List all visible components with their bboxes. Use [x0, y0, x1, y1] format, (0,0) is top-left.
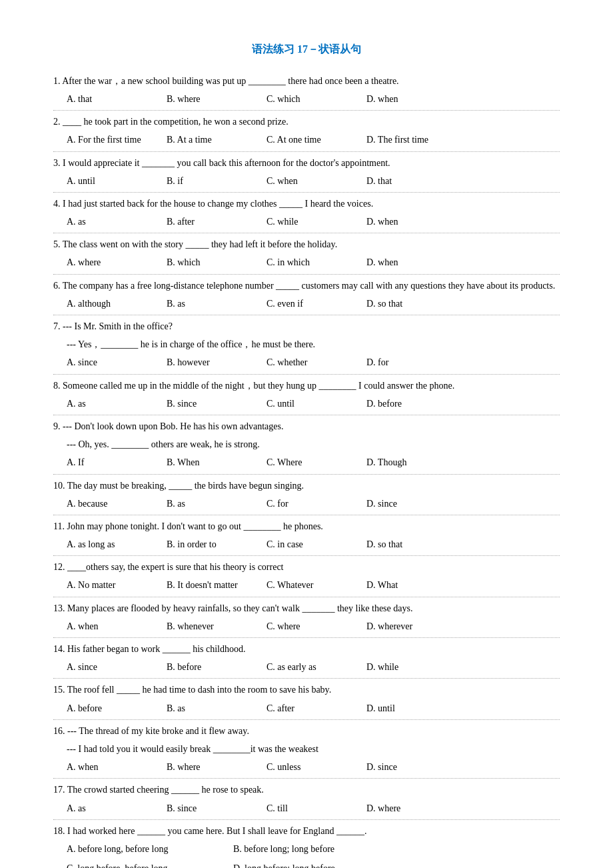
question-block-12: 12. ____others say, the expert is sure t… — [53, 559, 560, 597]
question-text-10: 10. The day must be breaking, _____ the … — [53, 477, 560, 494]
option-14-2: C. as early as — [267, 659, 346, 675]
question-text-12: 12. ____others say, the expert is sure t… — [53, 559, 560, 575]
question-block-10: 10. The day must be breaking, _____ the … — [53, 477, 560, 515]
option-11-0: A. as long as — [67, 536, 147, 553]
option-16-0: A. when — [67, 759, 147, 775]
option-16-1: B. where — [167, 759, 247, 775]
option-7-1: B. however — [167, 354, 247, 371]
question-divider-1 — [53, 110, 560, 111]
option-9-0: A. If — [67, 454, 147, 471]
questions-container: 1. After the war，a new school building w… — [53, 73, 560, 868]
question-text-3: 3. I would appreciate it _______ you cal… — [53, 155, 560, 171]
question-block-4: 4. I had just started back for the house… — [53, 195, 560, 233]
option-12-1: B. It doesn't matter — [167, 577, 247, 593]
options-line-14: A. sinceB. beforeC. as early asD. while — [53, 659, 560, 675]
options-line-4: A. asB. afterC. whileD. when — [53, 213, 560, 230]
question-divider-8 — [53, 415, 560, 415]
option-3-0: A. until — [67, 173, 147, 189]
question-text-16: 16. --- The thread of my kite broke and … — [53, 723, 560, 739]
option-6-0: A. although — [67, 295, 147, 312]
question-text-1: 1. After the war，a new school building w… — [53, 73, 560, 89]
question-divider-5 — [53, 274, 560, 275]
option-5-3: D. when — [366, 254, 446, 271]
option-8-1: B. since — [167, 395, 247, 412]
option-6-3: D. so that — [366, 295, 446, 312]
option-2-0: A. For the first time — [67, 131, 147, 148]
question-block-18: 18. I had worked here ______ you came he… — [53, 823, 560, 868]
option-14-0: A. since — [67, 659, 147, 675]
options-line-16: A. whenB. whereC. unlessD. since — [53, 759, 560, 775]
option-8-3: D. before — [366, 395, 446, 412]
option-13-2: C. where — [267, 618, 346, 635]
options-line-1: A. thatB. whereC. whichD. when — [53, 91, 560, 107]
question-text-7: 7. --- Is Mr. Smith in the office? — [53, 318, 560, 335]
option-4-0: A. as — [67, 213, 147, 230]
question-text-5: 5. The class went on with the story ____… — [53, 236, 560, 253]
option-15-2: C. after — [267, 700, 346, 717]
question-block-7: 7. --- Is Mr. Smith in the office?--- Ye… — [53, 318, 560, 375]
question-text-7: --- Yes，________ he is in charge of the … — [53, 336, 560, 353]
options-line-13: A. whenB. wheneverC. whereD. wherever — [53, 618, 560, 635]
option-9-1: B. When — [167, 454, 247, 471]
option-8-0: A. as — [67, 395, 147, 412]
option-9-3: D. Though — [366, 454, 446, 471]
question-divider-15 — [53, 719, 560, 720]
option-7-2: C. whether — [267, 354, 346, 371]
option-12-0: A. No matter — [67, 577, 147, 593]
question-block-2: 2. ____ he took part in the competition,… — [53, 113, 560, 151]
question-text-8: 8. Someone called me up in the middle of… — [53, 377, 560, 394]
question-text-16: --- I had told you it would easily break… — [53, 741, 560, 757]
option-7-0: A. since — [67, 354, 147, 371]
option-1-0: A. that — [67, 91, 147, 107]
options-line-8: A. asB. sinceC. untilD. before — [53, 395, 560, 412]
option-12-3: D. What — [366, 577, 446, 593]
question-block-15: 15. The roof fell _____ he had time to d… — [53, 681, 560, 719]
options-line-12: A. No matterB. It doesn't matterC. Whate… — [53, 577, 560, 593]
option-11-3: D. so that — [366, 536, 446, 553]
option-3-2: C. when — [267, 173, 346, 189]
option-11-2: C. in case — [267, 536, 346, 553]
option-6-1: B. as — [167, 295, 247, 312]
option-3-3: D. that — [366, 173, 446, 189]
option-14-1: B. before — [167, 659, 247, 675]
question-block-6: 6. The company has a free long-distance … — [53, 277, 560, 315]
option-18-3: D. long before; long before — [233, 860, 380, 868]
options-line-5: A. whereB. whichC. in whichD. when — [53, 254, 560, 271]
options-line-3: A. untilB. ifC. whenD. that — [53, 173, 560, 189]
option-3-1: B. if — [167, 173, 247, 189]
options-line-9: A. IfB. WhenC. WhereD. Though — [53, 454, 560, 471]
question-divider-6 — [53, 315, 560, 315]
question-text-14: 14. His father began to work ______ his … — [53, 641, 560, 657]
question-divider-12 — [53, 597, 560, 597]
options-line-15: A. beforeB. asC. afterD. until — [53, 700, 560, 717]
option-1-3: D. when — [366, 91, 446, 107]
question-divider-17 — [53, 819, 560, 820]
question-block-5: 5. The class went on with the story ____… — [53, 236, 560, 274]
option-15-0: A. before — [67, 700, 147, 717]
option-18-0: A. before long, before long — [67, 841, 213, 857]
option-17-3: D. where — [366, 800, 446, 817]
option-17-2: C. till — [267, 800, 346, 817]
question-text-17: 17. The crowd started cheering ______ he… — [53, 781, 560, 798]
question-divider-11 — [53, 555, 560, 556]
question-block-8: 8. Someone called me up in the middle of… — [53, 377, 560, 415]
question-divider-4 — [53, 233, 560, 233]
option-7-3: D. for — [366, 354, 446, 371]
option-5-1: B. which — [167, 254, 247, 271]
option-14-3: D. while — [366, 659, 446, 675]
question-divider-10 — [53, 515, 560, 515]
question-divider-13 — [53, 637, 560, 638]
option-10-1: B. as — [167, 495, 247, 512]
options-multi-line-18-2: C. long before, before longD. long befor… — [53, 860, 560, 868]
options-line-17: A. asB. sinceC. tillD. where — [53, 800, 560, 817]
option-4-2: C. while — [267, 213, 346, 230]
options-line-7: A. sinceB. howeverC. whetherD. for — [53, 354, 560, 371]
question-text-4: 4. I had just started back for the house… — [53, 195, 560, 212]
option-12-2: C. Whatever — [267, 577, 346, 593]
question-text-6: 6. The company has a free long-distance … — [53, 277, 560, 294]
option-4-3: D. when — [366, 213, 446, 230]
option-13-0: A. when — [67, 618, 147, 635]
option-5-2: C. in which — [267, 254, 346, 271]
options-multi-line-18-0: A. before long, before longB. before lon… — [53, 841, 560, 857]
question-divider-14 — [53, 678, 560, 679]
